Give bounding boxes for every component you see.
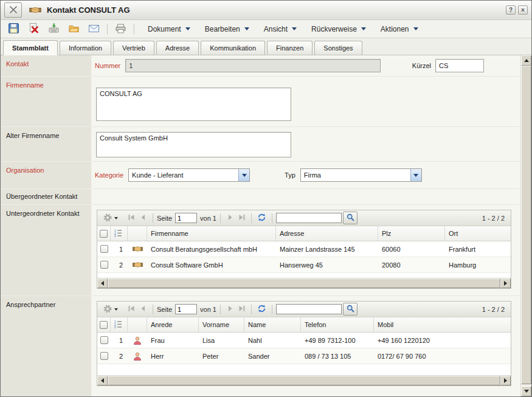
search-button[interactable]: [343, 212, 358, 224]
scroll-up-button[interactable]: [521, 55, 531, 66]
scrollbar-thumb[interactable]: [108, 376, 500, 385]
ansprechpartner-grid: Seite von 1: [97, 301, 511, 386]
page-input[interactable]: [175, 213, 197, 223]
type-icon-column-header[interactable]: [128, 226, 147, 241]
refresh-button[interactable]: [255, 303, 268, 316]
seite-label: Seite: [157, 215, 172, 222]
row-checkbox[interactable]: [100, 261, 108, 269]
save-button[interactable]: [5, 22, 21, 36]
row-number-column-header[interactable]: 1 2 3: [111, 226, 128, 241]
typ-select[interactable]: Firma: [300, 168, 422, 182]
delete-button[interactable]: [26, 22, 41, 36]
next-page-button[interactable]: [224, 212, 236, 224]
select-all-checkbox[interactable]: [100, 321, 108, 329]
table-row[interactable]: 1 Consult Beratungsgesellschaft mbH Main…: [97, 241, 511, 257]
horizontal-scrollbar[interactable]: [97, 278, 511, 288]
grid-settings-button[interactable]: [101, 212, 120, 225]
last-page-icon: [238, 213, 246, 223]
horizontal-scrollbar[interactable]: [97, 375, 511, 385]
scroll-left-button[interactable]: [97, 376, 108, 385]
tab-kommunikation[interactable]: Kommunikation: [201, 41, 265, 55]
chevron-down-icon: [244, 27, 249, 30]
menu-rueckverweise[interactable]: Rückverweise: [305, 22, 372, 36]
import-button[interactable]: [46, 22, 61, 36]
grid-settings-button[interactable]: [101, 303, 120, 316]
contact-window: Kontakt CONSULT AG ? ×: [0, 0, 532, 397]
tab-sonstiges[interactable]: Sonstiges: [314, 41, 362, 55]
chevron-down-icon: [185, 27, 190, 30]
tab-stammblatt[interactable]: Stammblatt: [3, 40, 58, 55]
first-page-button[interactable]: [126, 212, 137, 224]
table-row[interactable]: 1 Frau Lisa Nahl +49 89 7312-100: [97, 333, 511, 348]
kuerzel-field[interactable]: [435, 59, 484, 72]
column-header-telefon[interactable]: Telefon: [301, 317, 374, 332]
prev-page-button[interactable]: [137, 212, 149, 224]
menu-aktionen[interactable]: Aktionen: [375, 22, 424, 36]
scroll-right-button[interactable]: [500, 376, 511, 385]
toolbar-separator: [107, 24, 108, 35]
tab-finanzen[interactable]: Finanzen: [267, 41, 313, 55]
scrollbar-thumb[interactable]: [108, 278, 500, 288]
kuerzel-label: Kürzel: [412, 62, 431, 69]
scroll-right-button[interactable]: [500, 278, 511, 288]
untergeordneter-kontakt-label: Untergeordneter Kontakt: [1, 205, 92, 296]
refresh-icon: [257, 304, 266, 314]
column-header-adresse[interactable]: Adresse: [276, 226, 378, 241]
kategorie-select[interactable]: Kunde - Lieferant: [128, 168, 250, 182]
search-button[interactable]: [343, 303, 358, 316]
row-number-column-header[interactable]: 1 2 3: [111, 317, 128, 332]
prev-page-icon: [139, 305, 147, 314]
alter-firmenname-field[interactable]: Consult System GmbH: [96, 132, 291, 157]
row-checkbox[interactable]: [100, 245, 108, 253]
tab-information[interactable]: Information: [60, 41, 111, 55]
search-input[interactable]: [276, 213, 342, 223]
column-header-anrede[interactable]: Anrede: [147, 317, 199, 332]
refresh-button[interactable]: [255, 212, 268, 224]
last-page-button[interactable]: [236, 212, 247, 224]
open-folder-icon: [69, 24, 79, 35]
select-all-checkbox[interactable]: [100, 230, 108, 238]
import-icon: [49, 23, 59, 35]
row-checkbox[interactable]: [100, 336, 108, 344]
window-close-button[interactable]: [4, 2, 22, 18]
column-header-plz[interactable]: Plz: [378, 226, 445, 241]
table-row[interactable]: 2 Herr Peter Sander 089 / 73 13 105: [97, 348, 511, 364]
tab-adresse[interactable]: Adresse: [156, 41, 199, 55]
column-header-vorname[interactable]: Vorname: [199, 317, 244, 332]
scroll-down-button[interactable]: [521, 386, 531, 396]
next-page-button[interactable]: [224, 303, 236, 315]
close-button[interactable]: ×: [518, 5, 528, 15]
firmenname-field[interactable]: CONSULT AG: [96, 88, 291, 121]
record-count: 1 - 2 / 2: [482, 215, 507, 222]
mail-button[interactable]: [86, 22, 102, 36]
scroll-left-button[interactable]: [97, 278, 108, 288]
column-header-ort[interactable]: Ort: [445, 226, 511, 241]
help-button[interactable]: ?: [506, 5, 516, 15]
type-icon-column-header[interactable]: [128, 317, 147, 332]
grid-header: 1 2 3 Anrede: [97, 317, 511, 333]
row-checkbox[interactable]: [100, 352, 108, 360]
page-input[interactable]: [175, 304, 197, 314]
close-x-icon: [9, 5, 18, 16]
first-page-button[interactable]: [126, 303, 137, 315]
last-page-button[interactable]: [236, 303, 247, 315]
tab-vertrieb[interactable]: Vertrieb: [113, 41, 154, 55]
menu-dokument[interactable]: Dokument: [142, 22, 196, 36]
column-header-firmenname[interactable]: Firmenname: [147, 226, 276, 241]
menu-bearbeiten[interactable]: Bearbeiten: [199, 22, 255, 36]
tabbar: Stammblatt Information Vertrieb Adresse …: [1, 38, 531, 55]
prev-page-button[interactable]: [137, 303, 149, 315]
numbered-list-icon: 1 2 3: [114, 320, 122, 330]
column-header-mobil[interactable]: Mobil: [374, 317, 511, 332]
vertical-scrollbar[interactable]: [520, 55, 531, 396]
column-header-name[interactable]: Name: [244, 317, 301, 332]
menu-ansicht[interactable]: Ansicht: [258, 22, 303, 36]
search-input[interactable]: [276, 304, 342, 314]
ansprechpartner-label: Ansprechpartner: [1, 296, 92, 396]
first-page-icon: [128, 213, 136, 223]
open-folder-button[interactable]: [66, 22, 81, 36]
print-button[interactable]: [112, 22, 128, 36]
scrollbar-thumb[interactable]: [521, 66, 531, 384]
table-row[interactable]: 2 Consult Software GmbH Hanserweg 45: [97, 257, 511, 273]
grid-toolbar: Seite von 1: [97, 210, 511, 226]
